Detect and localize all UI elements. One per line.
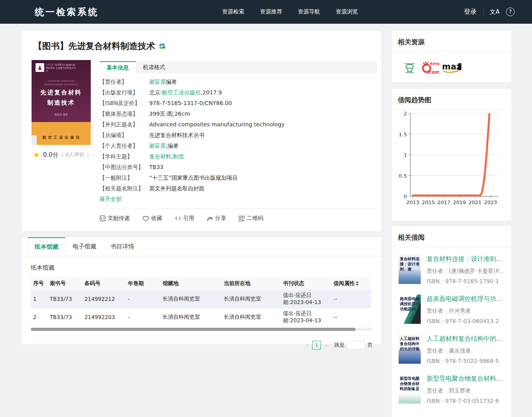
amazon-icon[interactable]: maz — [442, 60, 466, 76]
star-icon: ★ — [33, 150, 40, 159]
dangdang-icon[interactable]: dang .com — [420, 60, 439, 76]
field-row: 【载体形态项】399页:图;26cm — [99, 109, 377, 119]
holdings-tabs: 纸本馆藏电子馆藏书目详情 — [22, 237, 381, 256]
cover-english-title: ADVANCED COMPOSITES MANUFACTURING TECHNO… — [41, 80, 81, 86]
book-title: 【图书】先进复合材料制造技术 — [34, 40, 155, 52]
related-book-author: 责任者：(澳)佩德罗·卡曼霍(P... — [427, 268, 503, 275]
field-value: 谢富原,编著 — [149, 141, 178, 151]
related-book-item[interactable]: 复合材料连接：设计准则、建复合材料连接：设计准则...责任者：(澳)佩德罗·卡曼… — [392, 250, 511, 290]
field-value: 谢富原编著 — [149, 77, 177, 87]
col-header: 年卷期 — [126, 277, 160, 290]
prev-page-button[interactable]: ‹ — [304, 342, 311, 348]
related-book-isbn: ISBN：978-7-03-051732-6 — [427, 398, 502, 405]
field-row: 【学科主题】复合材料,制造 — [99, 151, 377, 162]
language-icon[interactable]: 文A — [490, 8, 500, 16]
related-borrow-panel: 相关借阅 复合材料连接：设计准则、建复合材料连接：设计准则...责任者：(澳)佩… — [392, 226, 511, 417]
rating-count: （ 0人评价 ） — [58, 151, 92, 158]
svg-text:0.5: 0.5 — [399, 173, 407, 179]
field-link[interactable]: 航空工业出版社 — [162, 89, 201, 96]
cite-button[interactable]: 引用 — [175, 215, 194, 222]
field-label: 【一般附注】 — [99, 173, 149, 183]
page-number[interactable]: 1 — [312, 341, 321, 349]
field-link[interactable]: 谢富原 — [149, 143, 166, 149]
related-book-author: 责任者：许河秀著 — [427, 308, 502, 315]
cover-logo — [36, 63, 44, 72]
nav-item-3[interactable]: 资源浏览 — [336, 8, 358, 15]
field-label: 【并列正题名】 — [99, 119, 149, 130]
divider — [483, 8, 483, 15]
book-fields: 【责任者】谢富原编著【出版发行项】北京:航空工业出版社,2017.9【ISBN及… — [99, 77, 377, 205]
main-nav: 资源检索资源推荐资源导航资源浏览 — [222, 8, 358, 15]
chaoxing-icon[interactable] — [402, 60, 418, 76]
detail-tab-1[interactable]: 机读格式 — [136, 61, 172, 73]
field-row: 【一般附注】“十三五”国家重点图书出版规划项目 — [99, 173, 377, 183]
share-button[interactable]: 分享 — [207, 215, 226, 222]
holding-row: 1TB33/73214992212-长清自科阅览室长清自科阅览室借出-应还日期:… — [31, 290, 371, 308]
field-row: 【责任者】谢富原编著 — [99, 77, 377, 87]
field-label: 【中图法分类号】 — [99, 162, 149, 173]
field-row: 【出版发行项】北京:航空工业出版社,2017.9 — [99, 87, 377, 98]
holdings-tab-1[interactable]: 电子馆藏 — [66, 237, 103, 256]
svg-text:2017: 2017 — [437, 199, 450, 205]
favorite-button[interactable]: 收藏 — [142, 215, 162, 222]
expand-all-link[interactable]: 展开全部 — [99, 194, 122, 205]
related-book-item[interactable]: 超表面电磁调控机理与功能器件超表面电磁调控机理与功...责任者：许河秀著ISBN… — [392, 290, 511, 330]
related-book-title[interactable]: 超表面电磁调控机理与功... — [427, 295, 502, 303]
field-value: “十三五”国家重点图书出版规划项目 — [149, 173, 238, 183]
pagination: ‹ 1 › 跳至 页 — [31, 336, 373, 349]
pinwheel-icon — [158, 42, 166, 50]
cover-author: 谢富原 编著 — [37, 113, 85, 116]
qrcode-button[interactable]: 二维码 — [239, 215, 263, 222]
related-book-cover: 复合材料连接：设计准则、建 — [399, 255, 421, 284]
holdings-tab-2[interactable]: 书目详情 — [103, 237, 141, 256]
nav-item-1[interactable]: 资源推荐 — [260, 8, 282, 15]
app-header: 统一检索系统 资源检索资源推荐资源导航资源浏览 登录 文A ? — [0, 0, 532, 24]
nav-item-2[interactable]: 资源导航 — [298, 8, 320, 15]
field-row: 【中图法分类号】TB33 — [99, 162, 377, 173]
col-header: 索书号 — [47, 277, 82, 290]
holdings-table: 序号索书号条码号年卷期馆藏地当前所在地书刊状态借阅属性 1TB33/732149… — [31, 277, 371, 326]
field-link[interactable]: 谢富原 — [149, 79, 166, 85]
jump-label: 跳至 — [334, 342, 345, 349]
field-value: 复合材料,制造 — [149, 151, 184, 162]
cover-publisher: 航 空 工 业 出 版 社 — [32, 135, 91, 140]
col-header[interactable]: 借阅属性 — [331, 277, 371, 290]
holdings-tab-0[interactable]: 纸本馆藏 — [28, 237, 66, 256]
jump-page-input[interactable] — [347, 341, 365, 349]
detail-tab-0[interactable]: 基本信息 — [99, 61, 136, 73]
related-book-title[interactable]: 人工超材料复合结构中的... — [427, 335, 502, 343]
related-book-item[interactable]: 人工超材料复合结构中的光的传输人工超材料复合结构中的...责任者：康永强著ISB… — [392, 330, 511, 370]
app-logo: 统一检索系统 — [35, 6, 99, 18]
field-value: 英文并列题名取自封面 — [149, 183, 204, 194]
field-row: 【并列正题名】Advanced composites manufacturing… — [99, 119, 377, 130]
help-icon[interactable]: ? — [506, 8, 515, 16]
svg-text:.com: .com — [427, 69, 439, 75]
related-book-title[interactable]: 新型导电聚合物复合材料... — [427, 375, 502, 383]
related-book-title[interactable]: 复合材料连接：设计准则... — [427, 255, 503, 263]
field-label: 【出版发行项】 — [99, 87, 149, 98]
field-label: 【相关题名附注】 — [99, 183, 149, 194]
related-book-item[interactable]: 新型导电聚合物复合材料的制备及新型导电聚合物复合材料...责任者：郑玉婴著ISB… — [392, 370, 511, 409]
col-header: 序号 — [31, 277, 47, 290]
nav-item-0[interactable]: 资源检索 — [222, 8, 244, 15]
related-book-isbn: ISBN：978-7-5022-9868-5 — [427, 358, 502, 365]
svg-text:2023: 2023 — [484, 199, 497, 205]
holdings-panel: 纸本馆藏电子馆藏书目详情 纸本馆藏 序号索书号条码号年卷期馆藏地当前所在地书刊状… — [22, 237, 381, 344]
svg-text:1.5: 1.5 — [399, 131, 407, 137]
book-cover[interactable]: “十三五”国家重点出版物出版规划项目 先进复合材料技术丛书 ADVANCED C… — [32, 60, 91, 145]
field-label: 【责任者】 — [99, 77, 149, 87]
field-label: 【ISBN及定价】 — [99, 98, 149, 109]
svg-text:dang: dang — [430, 62, 439, 66]
login-button[interactable]: 登录 — [464, 8, 477, 16]
next-page-button[interactable]: › — [322, 342, 330, 348]
related-book-author: 责任者：康永强著 — [427, 348, 502, 355]
horizontal-scrollbar[interactable] — [31, 328, 373, 331]
holdings-section-title: 纸本馆藏 — [31, 264, 381, 272]
field-link[interactable]: 复合材料 — [149, 153, 171, 160]
svg-text:2015: 2015 — [422, 199, 435, 205]
field-label: 【载体形态项】 — [99, 109, 149, 119]
field-link[interactable]: 制造 — [173, 153, 184, 160]
col-header: 馆藏地 — [160, 277, 221, 290]
field-value: TB33 — [149, 162, 163, 173]
doc-transfer-button[interactable]: 文献传递 — [99, 215, 130, 222]
